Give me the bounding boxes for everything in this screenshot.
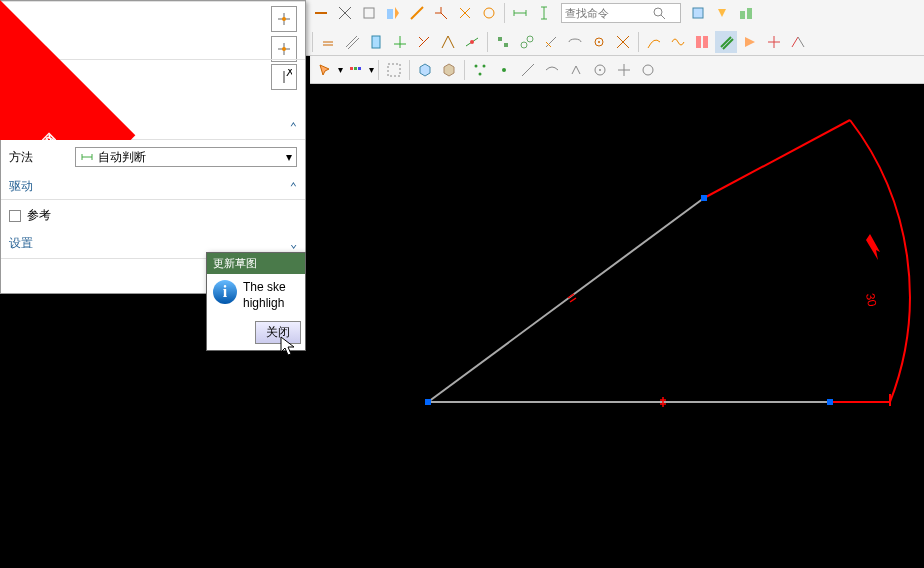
svg-rect-39 xyxy=(350,67,353,70)
tool-icon[interactable] xyxy=(711,2,733,24)
sketch-icon[interactable] xyxy=(612,31,634,53)
tool-icon[interactable] xyxy=(406,2,428,24)
separator xyxy=(378,60,379,80)
separator xyxy=(409,60,410,80)
tool-icon[interactable] xyxy=(687,2,709,24)
dropdown-arrow-icon[interactable]: ▾ xyxy=(369,64,374,75)
tool-icon[interactable] xyxy=(310,2,332,24)
measure-header[interactable]: 测量 ⌃ xyxy=(1,114,305,139)
svg-point-13 xyxy=(654,8,662,16)
snap-icon[interactable] xyxy=(517,59,539,81)
auto-place-checkbox[interactable] xyxy=(9,93,21,105)
box-icon[interactable] xyxy=(414,59,436,81)
separator xyxy=(487,32,488,52)
sketch-icon[interactable] xyxy=(492,31,514,53)
section-title: 驱动 xyxy=(9,178,33,195)
tool-icon[interactable] xyxy=(358,2,380,24)
method-dropdown[interactable]: 自动判断 ▾ xyxy=(75,147,297,167)
snap-icon[interactable] xyxy=(541,59,563,81)
constraint-icon[interactable] xyxy=(437,31,459,53)
tool-icon[interactable] xyxy=(478,2,500,24)
constraint-icon[interactable] xyxy=(365,31,387,53)
box-icon[interactable] xyxy=(438,59,460,81)
line-icon[interactable] xyxy=(691,31,713,53)
reference-checkbox[interactable] xyxy=(9,210,21,222)
dimension-icon[interactable] xyxy=(533,2,555,24)
tool-icon[interactable] xyxy=(739,31,761,53)
svg-point-29 xyxy=(521,42,527,48)
search-icon[interactable] xyxy=(652,6,666,20)
search-input[interactable] xyxy=(562,7,652,19)
active-tool-icon[interactable] xyxy=(715,31,737,53)
svg-line-37 xyxy=(792,37,798,47)
svg-rect-3 xyxy=(364,8,374,18)
tool-icon[interactable] xyxy=(787,31,809,53)
method-label: 方法 xyxy=(9,149,69,166)
constraint-icon[interactable] xyxy=(461,31,483,53)
svg-rect-22 xyxy=(372,36,380,48)
svg-point-48 xyxy=(599,69,601,71)
svg-rect-70 xyxy=(827,399,833,405)
origin-button[interactable]: X xyxy=(271,64,297,90)
svg-point-32 xyxy=(598,41,600,43)
curve-icon[interactable] xyxy=(643,31,665,53)
snap-icon[interactable] xyxy=(613,59,635,81)
snap-icon[interactable] xyxy=(589,59,611,81)
info-icon: i xyxy=(213,280,237,304)
tool-icon[interactable] xyxy=(763,31,785,53)
svg-point-43 xyxy=(475,64,478,67)
dropdown-arrow-icon[interactable]: ▾ xyxy=(338,64,343,75)
filter-icon[interactable] xyxy=(345,59,367,81)
curve-icon[interactable] xyxy=(667,31,689,53)
tool-icon[interactable] xyxy=(382,2,404,24)
command-search[interactable] xyxy=(561,3,681,23)
svg-rect-27 xyxy=(498,37,502,41)
svg-point-57 xyxy=(282,47,286,51)
dimension-panel: X 位置 自动放置 测量 ⌃ 方法 自动判断 ▾ 驱动 ⌃ 参考 设置 ⌃ xyxy=(0,0,306,294)
svg-rect-68 xyxy=(425,399,431,405)
svg-rect-41 xyxy=(358,67,361,70)
svg-point-26 xyxy=(470,40,474,44)
svg-rect-28 xyxy=(504,43,508,47)
svg-line-14 xyxy=(661,15,665,19)
tool-icon[interactable] xyxy=(430,2,452,24)
constraint-icon[interactable] xyxy=(389,31,411,53)
sketch-canvas[interactable]: 30 xyxy=(310,84,924,568)
constraint-icon[interactable] xyxy=(413,31,435,53)
dimension-icon[interactable] xyxy=(509,2,531,24)
snap-icon[interactable] xyxy=(493,59,515,81)
sketch-icon[interactable] xyxy=(540,31,562,53)
secondary-toolbar: ▾ ▾ xyxy=(310,56,924,84)
constraint-icon[interactable] xyxy=(341,31,363,53)
sketch-icon[interactable] xyxy=(564,31,586,53)
svg-rect-33 xyxy=(696,36,701,48)
point-select-button[interactable] xyxy=(271,6,297,32)
select-icon[interactable] xyxy=(314,59,336,81)
snap-icon[interactable] xyxy=(565,59,587,81)
close-button[interactable]: 关闭 xyxy=(255,321,301,344)
drive-header[interactable]: 驱动 ⌃ xyxy=(1,174,305,199)
section-title: 测量 xyxy=(9,118,33,135)
method-value: 自动判断 xyxy=(98,149,146,166)
update-sketch-popup: 更新草图 i The ske highligh 关闭 xyxy=(206,252,306,351)
svg-line-63 xyxy=(428,198,704,402)
svg-rect-0 xyxy=(315,12,327,14)
svg-line-38 xyxy=(798,37,804,47)
snap-icon[interactable] xyxy=(469,59,491,81)
sketch-icon[interactable] xyxy=(516,31,538,53)
tool-icon[interactable] xyxy=(735,2,757,24)
svg-point-54 xyxy=(282,17,286,21)
selection-icon[interactable] xyxy=(383,59,405,81)
svg-point-45 xyxy=(479,72,482,75)
svg-rect-4 xyxy=(387,9,393,19)
tool-icon[interactable] xyxy=(334,2,356,24)
angle-dimension[interactable]: 30 xyxy=(863,292,879,308)
auto-place-label: 自动放置 xyxy=(27,90,75,107)
tool-icon[interactable] xyxy=(454,2,476,24)
sketch-icon[interactable] xyxy=(588,31,610,53)
svg-rect-15 xyxy=(693,8,703,18)
popup-title: 更新草图 xyxy=(207,253,305,274)
snap-icon[interactable] xyxy=(637,59,659,81)
constraint-icon[interactable] xyxy=(317,31,339,53)
svg-rect-69 xyxy=(701,195,707,201)
